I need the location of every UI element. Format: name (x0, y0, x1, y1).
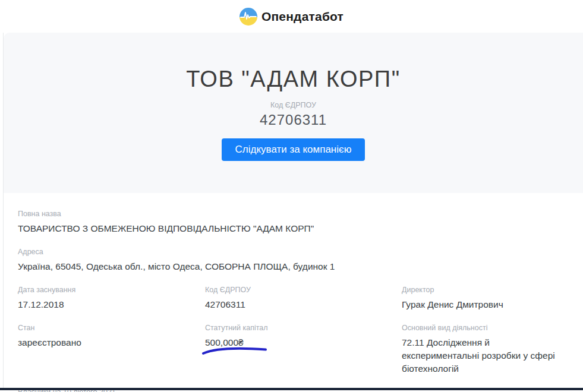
hand-drawn-underline-annotation (201, 346, 269, 356)
full-name-value: ТОВАРИСТВО З ОБМЕЖЕНОЮ ВІДПОВІДАЛЬНІСТЮ … (18, 222, 565, 235)
company-details: Повна назва ТОВАРИСТВО З ОБМЕЖЕНОЮ ВІДПО… (0, 193, 583, 392)
director-value: Гурак Денис Дмитрович (402, 298, 565, 311)
main-activity-value: 72.11 Дослідження й експериментальні роз… (402, 336, 565, 375)
field-capital: Статутний капітал 500,000₴ (205, 324, 402, 375)
site-header: Опендатабот (0, 0, 583, 33)
field-address: Адреса Україна, 65045, Одеська обл., міс… (18, 248, 565, 273)
opendatabot-logo-text: Опендатабот (261, 10, 344, 24)
opendatabot-logo[interactable]: Опендатабот (239, 8, 344, 26)
edrpou-code-value: 42706311 (4, 112, 583, 128)
window-left-border (3, 33, 4, 390)
field-director: Директор Гурак Денис Дмитрович (402, 286, 565, 311)
main-activity-label: Основний вид діяльності (402, 324, 565, 332)
opendatabot-logo-icon (239, 8, 257, 26)
edrpou-label: Код ЄДРПОУ (205, 286, 402, 294)
field-status: Стан зареєстровано (18, 324, 205, 375)
opendatabot-company-page: Опендатабот ТОВ "АДАМ КОРП" Код ЄДРПОУ 4… (0, 0, 583, 33)
full-name-label: Повна назва (18, 210, 565, 218)
director-label: Директор (402, 286, 565, 294)
founded-date-value: 17.12.2018 (18, 298, 205, 311)
field-main-activity: Основний вид діяльності 72.11 Дослідженн… (402, 324, 565, 375)
field-founded-date: Дата заснування 17.12.2018 (18, 286, 205, 311)
status-value: зареєстровано (18, 336, 205, 349)
company-title: ТОВ "АДАМ КОРП" (4, 67, 583, 92)
window-bottom-border (0, 388, 583, 390)
edrpou-code-label: Код ЄДРПОУ (4, 101, 583, 109)
edrpou-value: 42706311 (205, 298, 402, 311)
capital-label: Статутний капітал (205, 324, 402, 332)
field-edrpou: Код ЄДРПОУ 42706311 (205, 286, 402, 311)
follow-company-button[interactable]: Слідкувати за компанією (222, 138, 365, 161)
address-label: Адреса (18, 248, 565, 256)
status-label: Стан (18, 324, 205, 332)
address-value: Україна, 65045, Одеська обл., місто Одес… (18, 260, 565, 273)
field-full-name: Повна назва ТОВАРИСТВО З ОБМЕЖЕНОЮ ВІДПО… (18, 210, 565, 235)
capital-value: 500,000₴ (205, 337, 244, 347)
founded-date-label: Дата заснування (18, 286, 205, 294)
company-hero: ТОВ "АДАМ КОРП" Код ЄДРПОУ 42706311 Слід… (4, 33, 583, 193)
